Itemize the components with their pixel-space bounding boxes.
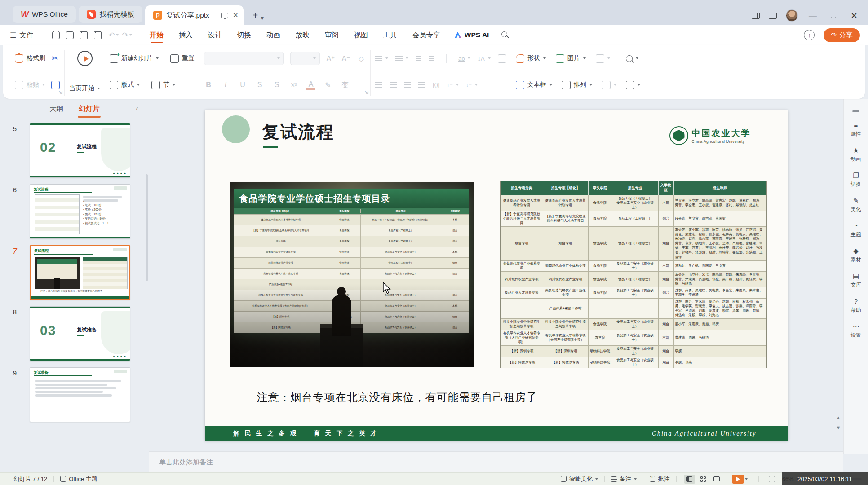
gift-box-icon[interactable] xyxy=(769,13,777,19)
paste-button[interactable]: 粘贴 xyxy=(15,81,45,89)
user-avatar[interactable] xyxy=(786,9,798,22)
decrease-font-icon[interactable]: A⁻ xyxy=(341,54,350,63)
theme-button[interactable]: Office 主题 xyxy=(60,475,97,483)
decrease-indent-button[interactable] xyxy=(416,56,421,61)
rail-item-help[interactable]: ?帮助 xyxy=(851,298,861,313)
tab-list-chevron-icon[interactable]: ▼ xyxy=(260,15,265,21)
print-icon[interactable] xyxy=(80,31,88,39)
font-size-select[interactable] xyxy=(290,52,320,65)
menu-item-放映[interactable]: 放映 xyxy=(295,26,310,44)
rail-collapse-handle[interactable] xyxy=(852,110,859,112)
comments-button[interactable]: 批注 xyxy=(650,475,670,483)
tab-wps-home[interactable]: W WPS Office xyxy=(13,6,76,23)
search-icon[interactable] xyxy=(501,31,507,37)
align-right-button[interactable] xyxy=(404,82,411,88)
menu-item-开始[interactable]: 开始 xyxy=(149,26,164,44)
fit-slide-button[interactable] xyxy=(766,475,778,484)
maximize-button[interactable] xyxy=(828,11,839,20)
rail-item-beautify[interactable]: ✎美化 xyxy=(851,197,861,213)
wps-ai-button[interactable]: WPS AI xyxy=(455,31,489,39)
notes-button[interactable]: 备注 xyxy=(611,475,637,483)
export-icon[interactable] xyxy=(66,31,74,39)
next-slide-button[interactable]: ▼ xyxy=(835,425,841,430)
menu-item-会员专享[interactable]: 会员专享 xyxy=(412,26,441,44)
share-button[interactable]: ↷ 分享 xyxy=(824,28,860,42)
hamburger-icon[interactable]: ☰ xyxy=(10,31,16,40)
outline-tab[interactable]: 大纲 xyxy=(49,104,63,114)
strikethrough-button[interactable]: S xyxy=(255,81,264,89)
highlight-color-button[interactable]: ✎ xyxy=(323,81,332,89)
tab-docer-templates[interactable]: 找稻壳模板 xyxy=(79,6,143,23)
minimize-button[interactable]: — xyxy=(807,11,819,20)
reading-view-button[interactable] xyxy=(711,475,722,484)
justify-button[interactable] xyxy=(418,82,425,88)
align-left-button[interactable] xyxy=(375,82,382,88)
menu-item-插入[interactable]: 插入 xyxy=(178,26,194,44)
underline-button[interactable]: U xyxy=(238,81,247,89)
normal-view-button[interactable] xyxy=(684,475,695,484)
menu-item-视图[interactable]: 视图 xyxy=(353,26,369,44)
slide-thumbnail-6[interactable]: 6 复试流程 笔试：100分实验：200分面试：150分英语口语：90分初试复试… xyxy=(0,184,149,239)
slide-thumbnail-7-selected[interactable]: 7 复试流程 注意：烟台专项在北京没有床位，有可能需要自己租房子 xyxy=(0,245,149,300)
save-icon[interactable] xyxy=(52,31,60,39)
print-preview-icon[interactable] xyxy=(94,31,102,39)
rail-item-transition[interactable]: ❐切换 xyxy=(851,172,861,188)
format-painter-button[interactable]: 格式刷 xyxy=(15,54,45,63)
bullet-list-button[interactable] xyxy=(375,56,388,61)
tab-document[interactable]: P 复试分享.pptx ✕ xyxy=(145,5,244,25)
columns-button[interactable]: ↕≡ xyxy=(466,82,478,88)
increase-indent-button[interactable] xyxy=(429,56,434,61)
redo-icon[interactable]: ↷ xyxy=(122,31,128,40)
clear-format-icon[interactable]: ◇ xyxy=(357,54,366,63)
fill-color-button[interactable] xyxy=(596,54,610,63)
rail-item-properties[interactable]: ≡属性 xyxy=(851,122,861,137)
slide-editor[interactable]: 复试流程 中国农业大学 China Agricultural Universit… xyxy=(205,110,788,441)
rail-item-assets[interactable]: ◆素材 xyxy=(851,247,861,263)
menu-item-设计[interactable]: 设计 xyxy=(207,26,223,44)
notes-bar[interactable]: 单击此处添加备注 xyxy=(149,451,843,472)
bold-button[interactable]: B xyxy=(204,81,213,89)
menu-item-切换[interactable]: 切换 xyxy=(236,26,252,44)
smart-beautify-button[interactable]: 智能美化 xyxy=(561,475,598,483)
previous-slide-button[interactable]: ▲ xyxy=(835,415,841,420)
slide-thumbnail-8[interactable]: 8 03 复试准备 ● ● ● ● xyxy=(0,306,149,361)
rail-item-library[interactable]: ▤文库 xyxy=(851,273,861,288)
find-button[interactable] xyxy=(626,55,638,62)
picture-button[interactable]: 图片 xyxy=(556,54,586,63)
superscript-button[interactable]: X² xyxy=(289,82,298,88)
panel-scrollbar[interactable] xyxy=(146,174,148,281)
upload-cloud-icon[interactable]: ↑ xyxy=(804,30,815,40)
shapes-button[interactable]: 形状 xyxy=(516,54,546,63)
slide-thumbnail-9[interactable]: 9 复试准备 + xyxy=(0,367,149,422)
present-mode-icon[interactable] xyxy=(221,13,228,18)
admission-table[interactable]: 招生专项分类招生专项【细化】牵头学院招生专业入学校区招生导师 健康食品产业发展人… xyxy=(500,181,767,368)
select-pane-button[interactable] xyxy=(626,81,640,89)
numbered-list-button[interactable] xyxy=(395,56,408,61)
layout-button[interactable]: 版式 xyxy=(110,81,140,89)
italic-button[interactable]: I xyxy=(221,81,230,89)
slides-tab[interactable]: 幻灯片 xyxy=(79,104,100,114)
rail-item-settings[interactable]: ⋯设置 xyxy=(851,323,861,339)
char-spacing-button[interactable]: |⟨⟩| xyxy=(433,82,440,88)
rail-item-theme[interactable]: ◔主题 xyxy=(851,222,861,238)
menu-item-审阅[interactable]: 审阅 xyxy=(324,26,340,44)
section-button[interactable]: 节 xyxy=(151,81,175,89)
collapse-panel-icon[interactable]: ‹ xyxy=(136,104,138,113)
slide-title[interactable]: 复试流程 xyxy=(262,121,334,144)
line-order-button[interactable]: ↓A xyxy=(478,55,490,62)
file-menu[interactable]: 文件 xyxy=(19,31,33,40)
side-panel-icon[interactable] xyxy=(752,13,760,19)
font-color-button[interactable]: A xyxy=(306,80,315,90)
textbox-button[interactable]: 文本框 xyxy=(516,81,552,89)
close-tab-icon[interactable]: ✕ xyxy=(233,11,239,19)
reset-button[interactable]: 重置 xyxy=(170,54,195,63)
font-expander-icon[interactable]: ⇲ xyxy=(365,90,368,95)
increase-font-icon[interactable]: A⁺ xyxy=(326,54,335,63)
slideshow-play-button[interactable] xyxy=(732,475,744,484)
align-center-button[interactable] xyxy=(390,82,397,88)
frame-button[interactable] xyxy=(602,81,616,89)
font-name-select[interactable] xyxy=(204,52,284,65)
line-spacing-button[interactable]: ↑≡ xyxy=(447,82,459,88)
clipboard-expander-icon[interactable]: ⇲ xyxy=(59,90,62,95)
text-shadow-button[interactable]: S xyxy=(272,81,281,89)
